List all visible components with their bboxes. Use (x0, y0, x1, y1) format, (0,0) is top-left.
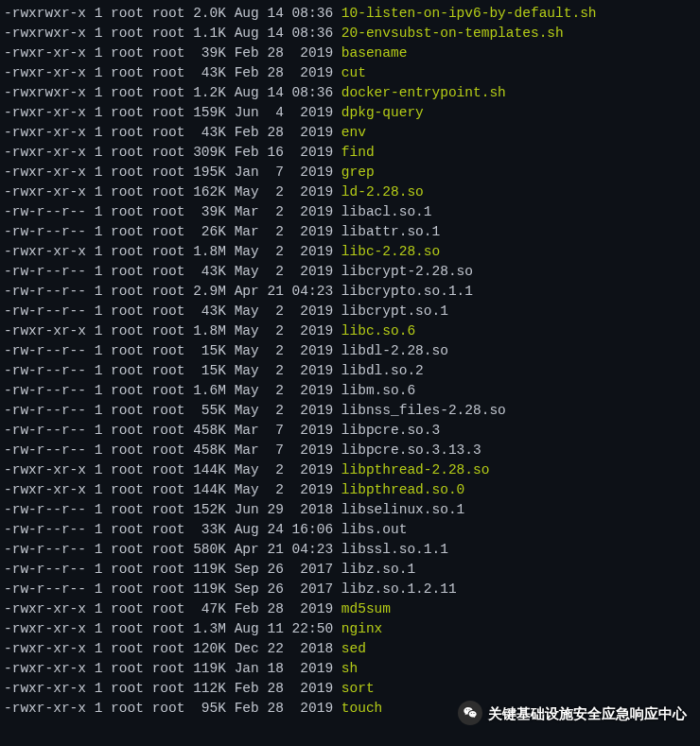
file-date: Apr 21 04:23 (226, 542, 333, 557)
file-size: 458K (184, 423, 226, 438)
permissions: -rwxr-xr-x (4, 601, 86, 616)
link-count: 1 (86, 264, 102, 279)
file-date: Aug 14 08:36 (226, 26, 333, 41)
owner: root (102, 6, 144, 21)
permissions: -rwxr-xr-x (4, 145, 86, 160)
permissions: -rw-r--r-- (4, 581, 86, 597)
link-count: 1 (86, 363, 102, 378)
owner: root (102, 284, 144, 299)
permissions: -rwxrwxr-x (4, 85, 86, 100)
file-date: May 2 2019 (226, 363, 333, 378)
file-name: find (333, 145, 375, 160)
group: root (144, 661, 185, 676)
permissions: -rw-r--r-- (4, 522, 86, 537)
file-date: May 2 2019 (226, 462, 333, 477)
file-date: Jun 4 2019 (226, 105, 333, 120)
link-count: 1 (86, 502, 102, 517)
file-name: sort (333, 681, 375, 696)
listing-row: -rw-r--r-- 1 root root 39K Mar 2 2019 li… (4, 202, 696, 222)
file-size: 43K (184, 125, 226, 140)
group: root (144, 284, 185, 299)
file-name: libz.so.1.2.11 (333, 581, 457, 597)
file-name: libc.so.6 (333, 323, 415, 338)
file-name: cut (333, 65, 366, 80)
link-count: 1 (86, 462, 102, 477)
file-date: Jun 29 2018 (226, 502, 333, 517)
permissions: -rwxr-xr-x (4, 105, 86, 120)
owner: root (102, 462, 144, 477)
file-date: May 2 2019 (226, 343, 333, 358)
owner: root (102, 522, 144, 537)
file-name: libacl.so.1 (333, 204, 431, 219)
link-count: 1 (86, 145, 102, 160)
group: root (144, 65, 185, 80)
group: root (144, 601, 185, 616)
file-name: libm.so.6 (333, 383, 415, 398)
file-date: Mar 7 2019 (226, 423, 333, 438)
owner: root (102, 165, 144, 180)
file-size: 1.1K (184, 26, 226, 41)
listing-row: -rwxr-xr-x 1 root root 1.8M May 2 2019 l… (4, 242, 696, 262)
file-name: nginx (333, 621, 382, 636)
owner: root (102, 264, 144, 279)
file-name: libssl.so.1.1 (333, 542, 448, 557)
listing-row: -rw-r--r-- 1 root root 33K Aug 24 16:06 … (4, 520, 696, 540)
file-name: libselinux.so.1 (333, 502, 464, 517)
file-date: Mar 2 2019 (226, 224, 333, 239)
owner: root (102, 542, 144, 557)
file-name: libpthread.so.0 (333, 482, 464, 497)
file-name: libdl.so.2 (333, 363, 424, 378)
file-size: 33K (184, 522, 226, 537)
watermark-text: 关键基础设施安全应急响应中心 (488, 703, 687, 723)
file-size: 39K (184, 45, 226, 61)
file-size: 1.2K (184, 85, 226, 100)
link-count: 1 (86, 542, 102, 557)
group: root (144, 641, 185, 656)
file-size: 1.6M (184, 383, 226, 398)
watermark-overlay: 关键基础设施安全应急响应中心 (458, 701, 687, 725)
group: root (144, 343, 185, 358)
owner: root (102, 323, 144, 338)
link-count: 1 (86, 284, 102, 299)
group: root (144, 462, 185, 477)
owner: root (102, 581, 144, 597)
file-date: Apr 21 04:23 (226, 284, 333, 299)
group: root (144, 681, 185, 696)
group: root (144, 45, 185, 61)
link-count: 1 (86, 661, 102, 676)
permissions: -rwxr-xr-x (4, 681, 86, 696)
file-size: 162K (184, 184, 226, 200)
group: root (144, 204, 185, 219)
listing-row: -rw-r--r-- 1 root root 15K May 2 2019 li… (4, 361, 696, 381)
permissions: -rwxr-xr-x (4, 165, 86, 180)
file-date: Sep 26 2017 (226, 581, 333, 597)
file-date: May 2 2019 (226, 184, 333, 200)
group: root (144, 26, 185, 41)
permissions: -rwxr-xr-x (4, 125, 86, 140)
file-date: May 2 2019 (226, 304, 333, 319)
file-name: libs.out (333, 522, 407, 537)
file-size: 112K (184, 681, 226, 696)
listing-row: -rwxr-xr-x 1 root root 195K Jan 7 2019 g… (4, 163, 696, 182)
group: root (144, 403, 185, 418)
file-name: 20-envsubst-on-templates.sh (333, 26, 564, 41)
file-size: 159K (184, 105, 226, 120)
listing-row: -rwxr-xr-x 1 root root 162K May 2 2019 l… (4, 182, 696, 202)
file-name: libz.so.1 (333, 562, 415, 577)
file-size: 309K (184, 145, 226, 160)
file-size: 2.9M (184, 284, 226, 299)
file-size: 43K (184, 65, 226, 80)
link-count: 1 (86, 641, 102, 656)
group: root (144, 383, 185, 398)
file-size: 15K (184, 363, 226, 378)
file-size: 120K (184, 641, 226, 656)
file-date: Feb 28 2019 (226, 681, 333, 696)
file-date: Aug 11 22:50 (226, 621, 333, 636)
listing-row: -rwxrwxr-x 1 root root 1.1K Aug 14 08:36… (4, 24, 696, 43)
permissions: -rwxr-xr-x (4, 641, 86, 656)
owner: root (102, 145, 144, 160)
file-name: touch (333, 701, 382, 716)
link-count: 1 (86, 601, 102, 616)
link-count: 1 (86, 423, 102, 438)
permissions: -rw-r--r-- (4, 502, 86, 517)
